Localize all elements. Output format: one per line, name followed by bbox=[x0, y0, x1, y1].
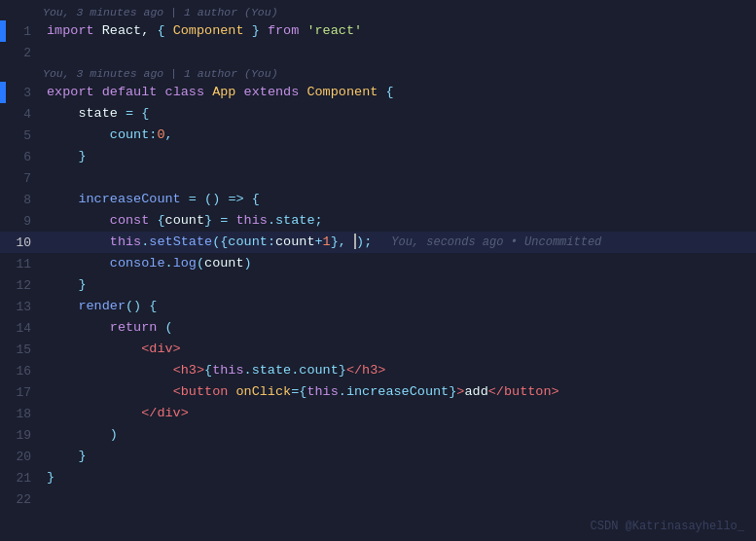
line-number-6: 6 bbox=[6, 150, 43, 164]
line-number-1: 1 bbox=[6, 24, 43, 39]
line-2: 2 bbox=[0, 42, 756, 63]
line-content-10: this.setState({count:count+1}, );You, se… bbox=[43, 232, 756, 253]
line-4: 4 state = { bbox=[0, 103, 756, 125]
line-number-10: 10 bbox=[6, 235, 43, 250]
line-5: 5 count:0, bbox=[0, 125, 756, 146]
line-number-18: 18 bbox=[6, 407, 43, 421]
line-1[interactable]: 1 import React, { Component } from 'reac… bbox=[0, 20, 756, 42]
line-content-13: render() { bbox=[43, 296, 756, 317]
line-3[interactable]: 3 export default class App extends Compo… bbox=[0, 82, 756, 103]
branding-text: CSDN @Katrinasayhello_ bbox=[591, 520, 744, 533]
line-content-20: } bbox=[43, 446, 756, 467]
line-11: 11 console.log(count) bbox=[0, 253, 756, 274]
line-content-9: const {count} = this.state; bbox=[43, 210, 756, 232]
line-22: 22 bbox=[0, 488, 756, 510]
line-21: 21 } bbox=[0, 467, 756, 488]
line-content-11: console.log(count) bbox=[43, 253, 756, 274]
line-content-17: <button onClick={this.increaseCount}>add… bbox=[43, 381, 756, 403]
line-number-2: 2 bbox=[6, 46, 43, 60]
line-7: 7 bbox=[0, 167, 756, 189]
line-content-5: count:0, bbox=[43, 125, 756, 146]
line-number-20: 20 bbox=[6, 450, 43, 464]
code-area[interactable]: You, 3 minutes ago | 1 author (You) 1 im… bbox=[0, 0, 756, 510]
line-17: 17 <button onClick={this.increaseCount}>… bbox=[0, 381, 756, 403]
line-14: 14 return ( bbox=[0, 317, 756, 339]
line-number-3: 3 bbox=[6, 86, 43, 100]
line-number-17: 17 bbox=[6, 385, 43, 400]
line-content-12: } bbox=[43, 274, 756, 296]
line-content-16: <h3>{this.state.count}</h3> bbox=[43, 360, 756, 381]
line-number-21: 21 bbox=[6, 471, 43, 486]
line-6: 6 } bbox=[0, 146, 756, 167]
line-number-8: 8 bbox=[6, 193, 43, 207]
line-content-19: ) bbox=[43, 424, 756, 446]
commit-info-1: You, 3 minutes ago | 1 author (You) bbox=[0, 2, 756, 20]
line-content-6: } bbox=[43, 146, 756, 167]
line-16: 16 <h3>{this.state.count}</h3> bbox=[0, 360, 756, 381]
line-content-15: <div> bbox=[43, 339, 756, 360]
line-9: 9 const {count} = this.state; bbox=[0, 210, 756, 232]
line-content-3: export default class App extends Compone… bbox=[43, 82, 756, 103]
line-19: 19 ) bbox=[0, 424, 756, 446]
line-number-7: 7 bbox=[6, 171, 43, 186]
line-number-9: 9 bbox=[6, 214, 43, 229]
line-number-15: 15 bbox=[6, 343, 43, 357]
line-8: 8 increaseCount = () => { bbox=[0, 189, 756, 210]
line-number-13: 13 bbox=[6, 300, 43, 314]
inline-ghost: You, seconds ago • Uncommitted bbox=[391, 235, 601, 249]
line-number-22: 22 bbox=[6, 492, 43, 507]
code-editor: You, 3 minutes ago | 1 author (You) 1 im… bbox=[0, 0, 756, 541]
line-content-21: } bbox=[43, 467, 756, 488]
line-18: 18 </div> bbox=[0, 403, 756, 424]
line-number-14: 14 bbox=[6, 321, 43, 336]
line-10[interactable]: 10 this.setState({count:count+1}, );You,… bbox=[0, 232, 756, 253]
line-20: 20 } bbox=[0, 446, 756, 467]
line-number-19: 19 bbox=[6, 428, 43, 443]
line-15: 15 <div> bbox=[0, 339, 756, 360]
line-13: 13 render() { bbox=[0, 296, 756, 317]
line-content-8: increaseCount = () => { bbox=[43, 189, 756, 210]
line-number-16: 16 bbox=[6, 364, 43, 379]
line-number-5: 5 bbox=[6, 128, 43, 143]
line-number-4: 4 bbox=[6, 107, 43, 122]
line-content-14: return ( bbox=[43, 317, 756, 339]
line-number-11: 11 bbox=[6, 257, 43, 271]
line-content-1: import React, { Component } from 'react' bbox=[43, 20, 756, 42]
line-content-18: </div> bbox=[43, 403, 756, 424]
line-content-4: state = { bbox=[43, 103, 756, 125]
commit-info-3: You, 3 minutes ago | 1 author (You) bbox=[0, 63, 756, 82]
line-number-12: 12 bbox=[6, 278, 43, 293]
line-12: 12 } bbox=[0, 274, 756, 296]
